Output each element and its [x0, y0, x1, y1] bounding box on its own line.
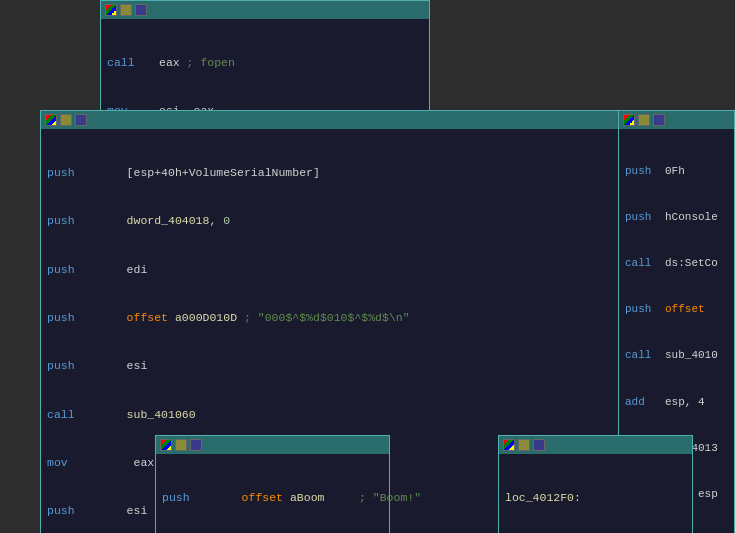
main-canvas: calleax ; fopen movesi, eax addesp, 8 te…: [0, 0, 735, 533]
win-restore[interactable]: [190, 439, 202, 451]
code-line: push esi: [47, 358, 613, 374]
win-minimize[interactable]: [175, 439, 187, 451]
code-line: calleax ; fopen: [107, 55, 423, 71]
code-label: loc_4012F0:: [505, 490, 686, 506]
code-line: addesp, 4: [625, 395, 728, 410]
window-header: [499, 436, 692, 454]
code-line: pushhConsole: [625, 210, 728, 225]
code-line: push dword_404018, 0: [47, 213, 613, 229]
code-line: push0Fh: [625, 164, 728, 179]
win-restore[interactable]: [533, 439, 545, 451]
win-restore[interactable]: [135, 4, 147, 16]
win-icon: [503, 439, 515, 451]
code-line: push offset a000D010D ; "000$^$%d$010$^$…: [47, 310, 613, 326]
code-line: push edi: [47, 262, 613, 278]
bot-left-code-window: push offset aBoom ; "Boom!" push esi cal…: [155, 435, 390, 533]
code-line: pushoffset: [625, 302, 728, 317]
code-line: callsub_4010: [625, 348, 728, 363]
window-header: [41, 111, 619, 129]
code-line: push [esp+40h+VolumeSerialNumber]: [47, 165, 613, 181]
win-minimize[interactable]: [518, 439, 530, 451]
win-minimize[interactable]: [120, 4, 132, 16]
bot-left-code-content: push offset aBoom ; "Boom!" push esi cal…: [156, 454, 389, 533]
bot-right-code-content: loc_4012F0: mov eax, ds:fclose call eax …: [499, 454, 692, 533]
win-restore[interactable]: [653, 114, 665, 126]
win-icon: [160, 439, 172, 451]
win-minimize[interactable]: [60, 114, 72, 126]
win-icon: [623, 114, 635, 126]
win-restore[interactable]: [75, 114, 87, 126]
window-header: [619, 111, 734, 129]
code-line: callds:SetCo: [625, 256, 728, 271]
code-line: push offset aBoom ; "Boom!": [162, 490, 383, 506]
code-line: call sub_401060: [47, 407, 613, 423]
win-icon: [45, 114, 57, 126]
window-header: [101, 1, 429, 19]
win-minimize[interactable]: [638, 114, 650, 126]
window-header: [156, 436, 389, 454]
bot-right-code-window: loc_4012F0: mov eax, ds:fclose call eax …: [498, 435, 693, 533]
win-icon: [105, 4, 117, 16]
